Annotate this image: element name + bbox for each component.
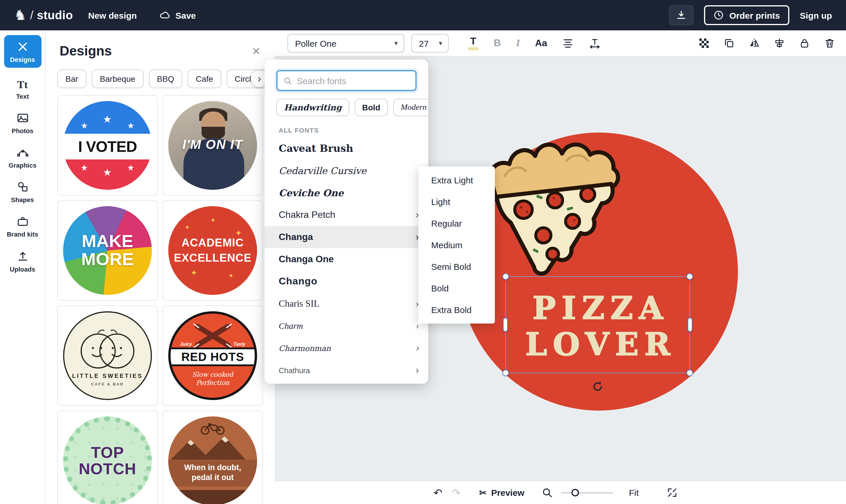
transparency-button[interactable] [698, 37, 710, 49]
design-thumbnail-pedal-it-out[interactable]: When in doubt, pedal it out [162, 411, 263, 504]
little-sweeties-design: LITTLE SWEETIES CAFE & BAR [63, 311, 152, 400]
letter-spacing-button[interactable] [589, 37, 601, 49]
sign-up-button[interactable]: Sign up [800, 10, 832, 20]
text-selection-box[interactable]: PIZZA LOVER [505, 276, 690, 373]
star-icon: ★ [81, 121, 88, 130]
zoom-fit-button[interactable]: Fit [629, 488, 639, 498]
resize-handle-top-right[interactable] [687, 273, 693, 280]
font-option-chathura[interactable]: Chathura› [265, 359, 428, 381]
fullscreen-button[interactable] [667, 487, 678, 498]
weight-option-bold[interactable]: Bold [418, 277, 495, 299]
pizza-illustration[interactable] [479, 127, 637, 280]
sidebar-item-shapes[interactable]: Shapes [4, 181, 41, 203]
trash-icon [824, 37, 835, 49]
redo-button[interactable]: ↷ [452, 487, 460, 498]
download-button[interactable] [669, 5, 694, 25]
text-align-button[interactable] [562, 37, 574, 49]
font-size-value: 27 [419, 38, 428, 48]
sticker-text[interactable]: PIZZA LOVER [506, 279, 689, 373]
resize-handle-bottom-left[interactable] [503, 370, 509, 376]
chevron-right-icon: › [415, 342, 419, 354]
filter-chip-modern[interactable]: Modern [393, 99, 428, 116]
resize-handle-left[interactable] [503, 318, 508, 332]
font-weight-submenu: Extra Light Light Regular Medium Semi Bo… [418, 166, 495, 324]
design-thumbnail-little-sweeties[interactable]: LITTLE SWEETIES CAFE & BAR [57, 305, 158, 406]
design-thumbnail-red-hots[interactable]: Juicy Tasty RED HOTS Slow cooked Perfect… [162, 305, 263, 406]
order-prints-button[interactable]: Order prints [704, 5, 789, 25]
sidebar-item-label: Uploads [10, 266, 35, 272]
font-option-charm[interactable]: Charm› [265, 315, 428, 337]
filter-chip-bold[interactable]: Bold [355, 99, 388, 116]
filter-chip-handwriting[interactable]: Handwriting [276, 99, 349, 116]
filter-chip-bar[interactable]: Bar [57, 70, 87, 88]
filter-chip-barbeque[interactable]: Barbeque [92, 70, 143, 88]
design-thumbnail-academic-excellence[interactable]: ✦ ✦ ✦ ✦ ✦ ACADEMIC EXCELLENCE [162, 200, 263, 301]
sidebar-item-designs[interactable]: Designs [4, 35, 41, 68]
font-option-changa-one[interactable]: Changa One [265, 248, 428, 270]
design-thumbnail-i-voted[interactable]: ★ ★ ★ I VOTED ★ ★ ★ [57, 95, 158, 196]
weight-option-light[interactable]: Light [418, 191, 495, 213]
text-color-button[interactable]: T [468, 36, 478, 50]
save-button[interactable]: Save [159, 10, 196, 21]
new-design-button[interactable]: New design [88, 10, 137, 20]
font-option-changa[interactable]: Changa› [265, 226, 428, 248]
design-thumbnails-grid: ★ ★ ★ I VOTED ★ ★ ★ [46, 89, 275, 504]
weight-option-extra-bold[interactable]: Extra Bold [418, 299, 495, 321]
sidebar-item-photos[interactable]: Photos [4, 111, 41, 134]
font-option-chakra-petch[interactable]: Chakra Petch› [265, 204, 428, 226]
rotate-handle[interactable] [592, 381, 603, 393]
sidebar-item-text[interactable]: Tt Text [4, 79, 41, 100]
weight-option-regular[interactable]: Regular [418, 213, 495, 234]
close-icon[interactable]: ✕ [252, 45, 261, 57]
weight-option-semi-bold[interactable]: Semi Bold [418, 256, 495, 277]
bold-button[interactable]: B [494, 37, 501, 49]
design-thumbnail-im-on-it[interactable]: I'M ON IT [162, 95, 263, 196]
resize-handle-right[interactable] [688, 318, 692, 332]
font-family-select[interactable]: Poller One ▾ [287, 34, 404, 53]
italic-button[interactable]: I [516, 37, 520, 49]
search-icon [283, 76, 292, 86]
sidebar-item-label: Shapes [11, 197, 34, 203]
sidebar-item-brand-kits[interactable]: Brand kits [4, 215, 41, 238]
zoom-button[interactable] [542, 487, 553, 498]
font-size-select[interactable]: 27 ▾ [411, 34, 449, 53]
font-search-box[interactable] [276, 70, 417, 91]
font-option-charmonman[interactable]: Charmonman› [265, 337, 428, 359]
top-notch-line1: TOP [91, 444, 124, 461]
preview-button[interactable]: ✂ Preview [479, 487, 524, 498]
align-objects-button[interactable] [774, 37, 785, 49]
sticker-text-line1: PIZZA [527, 290, 669, 326]
design-thumbnail-top-notch[interactable]: TOP NOTCH [57, 411, 158, 504]
red-hots-script2: Perfection [171, 379, 255, 386]
app-logo[interactable]: ♞ / studio [0, 8, 88, 22]
design-thumbnail-make-more[interactable]: MAKE MORE [57, 200, 158, 301]
zoom-slider-knob[interactable] [572, 488, 579, 496]
star-icon: ★ [103, 113, 112, 126]
font-search-input[interactable] [297, 76, 409, 86]
font-option-caveat-brush[interactable]: Caveat Brush [265, 137, 428, 159]
zoom-slider[interactable] [561, 488, 614, 497]
font-option-charis-sil[interactable]: Charis SIL› [265, 293, 428, 315]
undo-button[interactable]: ↶ [434, 487, 442, 498]
filter-chip-cafe[interactable]: Cafe [188, 70, 221, 88]
flip-button[interactable] [748, 37, 760, 49]
resize-handle-top-left[interactable] [503, 273, 509, 280]
top-notch-design: TOP NOTCH [63, 416, 152, 504]
sidebar-item-uploads[interactable]: Uploads [4, 250, 41, 272]
filter-chip-bbq[interactable]: BBQ [149, 70, 182, 88]
delete-button[interactable] [824, 37, 835, 49]
font-option-cedarville-cursive[interactable]: Cedarville Cursive [265, 159, 428, 182]
duplicate-button[interactable] [723, 37, 735, 49]
sidebar-item-label: Brand kits [7, 231, 38, 238]
weight-option-medium[interactable]: Medium [418, 234, 495, 256]
weight-option-extra-light[interactable]: Extra Light [418, 169, 495, 191]
font-option-chango[interactable]: Chango [265, 270, 428, 293]
uploads-icon [16, 250, 29, 263]
caret-down-icon: ▾ [439, 39, 442, 47]
red-hots-right-text: Tasty [233, 342, 245, 347]
font-option-ceviche-one[interactable]: Ceviche One [265, 182, 428, 204]
text-case-button[interactable]: Aa [535, 38, 547, 49]
resize-handle-bottom-right[interactable] [687, 370, 693, 376]
lock-button[interactable] [799, 37, 810, 49]
sidebar-item-graphics[interactable]: Graphics [4, 146, 41, 169]
